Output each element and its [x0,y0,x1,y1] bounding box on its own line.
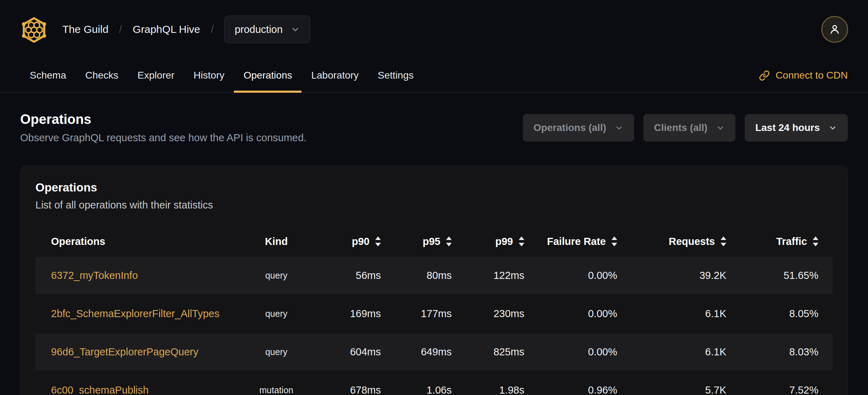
breadcrumb: The Guild / GraphQL Hive / production [20,15,310,44]
sort-icons[interactable] [611,236,617,246]
sort-desc-icon [813,243,818,246]
operation-requests: 6.1K [617,308,726,320]
page-title: Operations [20,112,306,127]
column-header-operations: Operations [35,236,239,247]
column-header-traffic[interactable]: Traffic [726,236,833,247]
sort-icons[interactable] [721,236,726,246]
page-subtitle: Observe GraphQL requests and see how the… [20,132,306,144]
column-label: p90 [352,236,370,247]
operation-requests: 39.2K [617,270,726,281]
user-menu-button[interactable] [821,16,848,43]
operations-filter-label: Operations (all) [534,122,606,133]
operation-p95: 80ms [381,270,452,281]
operation-requests: 5.7K [617,384,726,395]
filter-bar: Operations (all) Clients (all) Last 24 h… [523,114,848,142]
chevron-down-icon [615,124,624,132]
operation-p99: 122ms [452,270,524,281]
operation-p99: 230ms [452,308,524,320]
breadcrumb-project[interactable]: GraphQL Hive [133,23,200,35]
tab-history[interactable]: History [184,59,234,92]
tab-laboratory[interactable]: Laboratory [301,59,368,92]
link-icon [759,70,770,81]
column-header-kind: Kind [239,236,314,247]
operation-p90: 604ms [314,346,381,358]
sort-icons[interactable] [446,236,452,246]
connect-to-cdn-link[interactable]: Connect to CDN [759,70,848,81]
sort-desc-icon [375,243,381,246]
card-subtitle: List of all operations with their statis… [35,199,833,211]
tab-explorer[interactable]: Explorer [128,59,184,92]
clients-filter-label: Clients (all) [654,122,708,133]
sort-icons[interactable] [375,236,381,246]
chevron-down-icon [716,124,725,132]
operation-traffic: 8.03% [726,346,833,358]
operation-kind: query [239,347,314,357]
table-header-row: Operations Kind p90 p95 p99 Failure Rate [35,226,833,257]
operation-requests: 6.1K [617,346,726,358]
operation-traffic: 8.05% [726,308,833,320]
operation-link[interactable]: 6c00_schemaPublish [51,384,149,395]
operation-traffic: 7.52% [726,384,833,395]
operation-p95: 649ms [381,346,452,358]
table-row: 6c00_schemaPublish mutation 678ms 1.06s … [35,372,833,395]
breadcrumb-separator: / [119,23,122,35]
period-filter-label: Last 24 hours [755,122,820,133]
tab-checks[interactable]: Checks [76,59,128,92]
top-bar: The Guild / GraphQL Hive / production [0,0,868,59]
sort-asc-icon [611,236,617,240]
tab-operations[interactable]: Operations [234,59,301,92]
hive-logo-icon[interactable] [20,15,48,44]
sort-desc-icon [446,243,452,246]
column-label: p95 [423,236,440,247]
sort-icons[interactable] [519,236,524,246]
operation-p99: 1.98s [452,384,524,395]
tab-settings[interactable]: Settings [368,59,423,92]
operation-traffic: 51.65% [726,270,833,281]
breadcrumb-org[interactable]: The Guild [62,23,108,35]
sort-desc-icon [611,243,617,246]
table-row: 2bfc_SchemaExplorerFilter_AllTypes query… [35,295,833,332]
operation-link[interactable]: 6372_myTokenInfo [51,270,138,281]
operation-p95: 177ms [381,308,452,320]
sort-icons[interactable] [813,236,818,246]
period-filter[interactable]: Last 24 hours [745,114,848,142]
column-header-requests[interactable]: Requests [617,236,726,247]
operation-kind: query [239,270,314,281]
cdn-label: Connect to CDN [776,70,848,81]
table-row: 6372_myTokenInfo query 56ms 80ms 122ms 0… [35,257,833,294]
page-header: Operations Observe GraphQL requests and … [20,112,848,144]
tab-bar: Schema Checks Explorer History Operation… [0,59,868,93]
clients-filter[interactable]: Clients (all) [643,114,735,142]
card-title: Operations [35,181,833,194]
tab-schema[interactable]: Schema [20,59,76,92]
sort-desc-icon [519,243,524,246]
column-header-failure-rate[interactable]: Failure Rate [524,236,617,247]
column-label: Failure Rate [547,236,606,247]
operation-failure-rate: 0.00% [524,346,617,358]
column-header-p90[interactable]: p90 [314,236,381,247]
operations-filter[interactable]: Operations (all) [523,114,634,142]
operation-kind: mutation [239,385,314,395]
sort-asc-icon [446,236,452,240]
column-header-p99[interactable]: p99 [452,236,524,247]
operation-p90: 169ms [314,308,381,320]
sort-desc-icon [721,243,726,246]
operations-table: Operations Kind p90 p95 p99 Failure Rate [35,226,833,395]
target-name: production [235,24,282,35]
operation-link[interactable]: 2bfc_SchemaExplorerFilter_AllTypes [51,308,219,319]
main-content: Operations Observe GraphQL requests and … [0,112,868,395]
chevron-down-icon [291,25,300,34]
operation-failure-rate: 0.00% [524,270,617,281]
column-label: p99 [495,236,513,247]
column-label: Requests [669,236,715,247]
operation-p90: 56ms [314,270,381,281]
operations-card: Operations List of all operations with t… [20,166,848,395]
operation-link[interactable]: 96d6_TargetExplorerPageQuery [51,346,198,357]
column-header-p95[interactable]: p95 [381,236,452,247]
target-selector[interactable]: production [224,16,310,43]
sort-asc-icon [813,236,818,240]
operation-kind: query [239,309,314,319]
tab-list: Schema Checks Explorer History Operation… [20,59,423,92]
operation-p90: 678ms [314,384,381,395]
breadcrumb-separator: / [211,23,214,35]
